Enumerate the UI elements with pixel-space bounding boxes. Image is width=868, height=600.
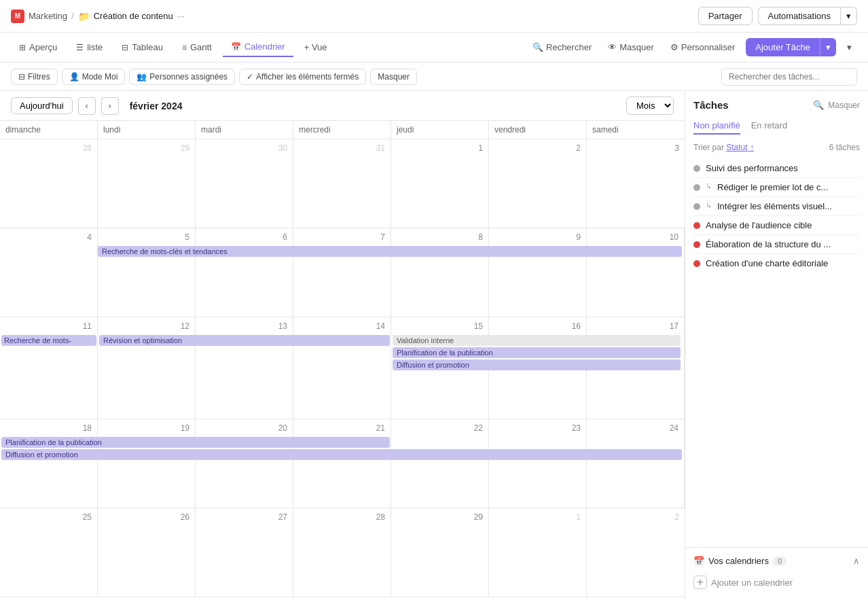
cal-cell[interactable]: 29 (98, 139, 196, 228)
sub-icon: ↳ (706, 201, 712, 210)
cal-cell[interactable]: 19 (98, 419, 196, 508)
task-dot (693, 260, 700, 267)
cal-cell[interactable]: 3 (587, 139, 685, 228)
folder-icon: 📁 (78, 11, 90, 22)
automations-button[interactable]: Automatisations (758, 7, 841, 25)
cal-cell[interactable]: 29 (391, 508, 489, 597)
cal-cell[interactable]: 2 (587, 508, 685, 597)
cal-cell[interactable]: 25 (0, 508, 98, 597)
tab-apercu-label: Aperçu (29, 42, 57, 52)
search-button[interactable]: 🔍 Rechercher (527, 39, 597, 56)
cal-cell[interactable]: 20 (196, 419, 293, 508)
cal-cell[interactable]: 13 (196, 317, 293, 419)
cal-view-select[interactable]: Mois (626, 96, 674, 115)
task-item[interactable]: Création d'une charte éditoriale (693, 254, 860, 272)
cal-cell[interactable]: 24 (587, 419, 685, 508)
task-dot (693, 165, 700, 172)
cal-cell[interactable]: 2 (489, 139, 587, 228)
today-button[interactable]: Aujourd'hui (11, 97, 73, 114)
cal-cell[interactable]: 5 (98, 228, 196, 317)
tab-en-retard[interactable]: En retard (751, 118, 787, 135)
cal-cell[interactable]: 6 (196, 228, 293, 317)
task-item[interactable]: Analyse de l'audience cible (693, 216, 860, 235)
view-tabs-right: 🔍 Rechercher 👁 Masquer ⚙ Personnaliser A… (527, 38, 857, 56)
sort-by-link[interactable]: Statut ↑ (726, 143, 754, 152)
task-search-input[interactable] (721, 68, 857, 86)
add-task-button[interactable]: Ajouter Tâche (746, 38, 820, 56)
more-icon[interactable]: ··· (177, 11, 185, 21)
share-button[interactable]: Partager (698, 7, 753, 25)
tab-gantt[interactable]: ≡ Gantt (174, 38, 220, 56)
task-text: Intégrer les éléments visuel... (717, 201, 860, 211)
cal-cell[interactable]: 18 (0, 419, 98, 508)
task-text: Suivi des performances (706, 163, 860, 173)
masquer-tasks-btn[interactable]: Masquer (828, 101, 860, 110)
cal-cell[interactable]: 14 (293, 317, 391, 419)
task-text: Rédiger le premier lot de c... (717, 182, 860, 192)
cal-cell[interactable]: 1 (391, 139, 489, 228)
cal-cell[interactable]: 9 (489, 228, 587, 317)
task-item[interactable]: Élaboration de la structure du ... (693, 235, 860, 254)
sidebar-calendars: 📅 Vos calendriers 0 ∧ + Ajouter un calen… (685, 547, 868, 600)
cal-cell[interactable]: 7 (293, 228, 391, 317)
filtres-button[interactable]: ⊟ Filtres (11, 69, 58, 85)
gantt-icon: ≡ (182, 43, 187, 52)
tab-apercu[interactable]: ⊞ Aperçu (11, 38, 65, 56)
cal-cell[interactable]: 30 (196, 139, 293, 228)
collapse-calendars-icon[interactable]: ∧ (853, 556, 860, 566)
collapse-button[interactable]: ▾ (842, 39, 857, 56)
calendrier-icon: 📅 (231, 42, 241, 52)
task-item[interactable]: ↳ Rédiger le premier lot de c... (693, 178, 860, 197)
masquer-button[interactable]: 👁 Masquer (602, 39, 659, 56)
personnaliser-button[interactable]: ⚙ Personnaliser (665, 39, 741, 56)
tab-tableau[interactable]: ⊟ Tableau (113, 38, 171, 56)
sort-label: Trier par Statut ↑ (693, 143, 754, 152)
tableau-icon: ⊟ (122, 43, 128, 52)
cal-cell[interactable]: 4 (0, 228, 98, 317)
cal-grid: dimanche lundi mardi mercredi jeudi vend… (0, 121, 685, 600)
cal-cell[interactable]: 28 (0, 139, 98, 228)
breadcrumb: M Marketing / 📁 Création de contenu ··· (11, 10, 185, 23)
cal-cell[interactable]: 8 (391, 228, 489, 317)
app-icon: M (11, 10, 24, 23)
cal-days-header: dimanche lundi mardi mercredi jeudi vend… (0, 121, 685, 139)
cal-cell[interactable]: 28 (293, 508, 391, 597)
next-month-button[interactable]: › (101, 97, 119, 115)
add-calendar-button[interactable]: + Ajouter un calendrier (693, 573, 860, 592)
cal-cell[interactable]: 15 (391, 317, 489, 419)
tab-calendrier[interactable]: 📅 Calendrier (223, 37, 293, 57)
cal-cell[interactable]: 22 (391, 419, 489, 508)
mode-moi-button[interactable]: 👤 Mode Moi (62, 69, 126, 85)
task-item[interactable]: Suivi des performances (693, 159, 860, 178)
prev-month-button[interactable]: ‹ (78, 97, 96, 115)
cal-cell[interactable]: 23 (489, 419, 587, 508)
cal-cell[interactable]: 1 (489, 508, 587, 597)
day-mercredi: mercredi (293, 121, 391, 139)
tab-vue[interactable]: + Vue (296, 38, 336, 56)
cal-cell[interactable]: 26 (98, 508, 196, 597)
masquer-filter-label: Masquer (378, 72, 410, 82)
add-task-chevron[interactable]: ▾ (820, 38, 836, 56)
cal-cell[interactable]: 17 (587, 317, 685, 419)
task-dot (693, 184, 700, 191)
sidebar-title-text: Tâches (693, 99, 729, 111)
cal-cell[interactable]: 21 (293, 419, 391, 508)
week-row: 28 29 30 31 1 2 3 (0, 139, 685, 228)
cal-cell[interactable]: 31 (293, 139, 391, 228)
cal-cell[interactable]: 16 (489, 317, 587, 419)
cal-cell[interactable]: 12 (98, 317, 196, 419)
tab-non-planifie[interactable]: Non planifié (693, 118, 740, 135)
personnes-assignees-button[interactable]: 👥 Personnes assignées (129, 69, 235, 85)
automations-chevron[interactable]: ▾ (840, 7, 857, 25)
cal-cell[interactable]: 11 (0, 317, 98, 419)
masquer-icon: 👁 (608, 42, 617, 52)
task-item[interactable]: ↳ Intégrer les éléments visuel... (693, 197, 860, 216)
breadcrumb-section[interactable]: Création de contenu (94, 11, 173, 21)
cal-cell[interactable]: 10 (587, 228, 685, 317)
tab-liste[interactable]: ☰ liste (68, 38, 111, 56)
search-tasks-icon[interactable]: 🔍 (813, 100, 824, 110)
afficher-button[interactable]: ✓ Afficher les éléments fermés (239, 69, 366, 85)
masquer-filter-button[interactable]: Masquer (370, 69, 417, 85)
cal-cell[interactable]: 27 (196, 508, 293, 597)
view-tabs: ⊞ Aperçu ☰ liste ⊟ Tableau ≡ Gantt 📅 Cal… (0, 33, 868, 63)
